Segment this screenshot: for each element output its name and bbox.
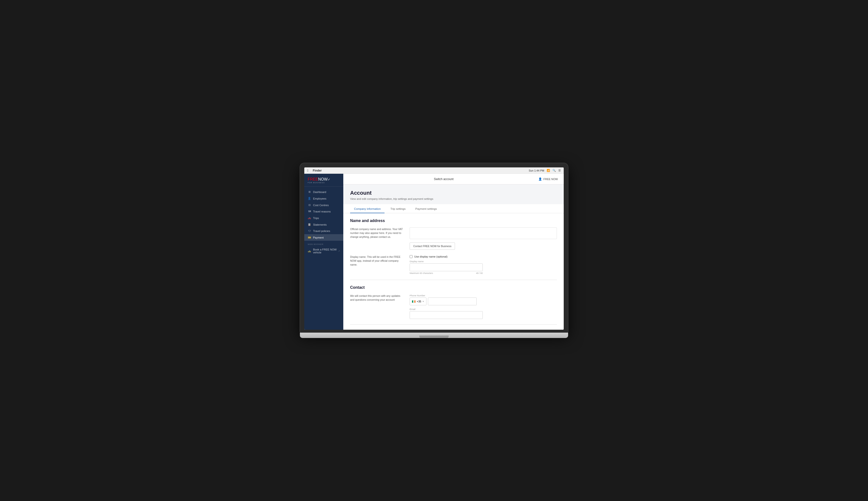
official-name-display bbox=[410, 227, 557, 239]
topbar-user: 👤 FREE NOW bbox=[538, 178, 558, 181]
email-field-group: Email bbox=[410, 308, 557, 319]
display-name-label: Display name. This will be used in the F… bbox=[350, 255, 404, 274]
sidebar-item-label: Travel reasons bbox=[313, 210, 331, 213]
phone-code: +35 bbox=[417, 300, 421, 303]
phone-label: Phone Number bbox=[410, 294, 557, 297]
web-booker-section-label: WEB BOOKER bbox=[304, 241, 343, 246]
sidebar-item-payment[interactable]: 💳 Payment bbox=[304, 234, 343, 241]
display-name-checkbox-label[interactable]: Use display name (optional) bbox=[414, 255, 447, 258]
contact-free-now-button[interactable]: Contact FREE NOW for Business bbox=[410, 243, 455, 250]
logo-free: FREE bbox=[308, 177, 318, 181]
logo-now: NOW bbox=[318, 177, 328, 181]
phone-number-input[interactable] bbox=[428, 298, 477, 305]
page-content: Account View and edit company informatio… bbox=[343, 184, 564, 330]
sidebar-item-label: Statements bbox=[313, 223, 327, 226]
sidebar-item-label: Dashboard bbox=[313, 191, 326, 193]
tab-trip-settings[interactable]: Trip settings bbox=[386, 204, 409, 213]
display-name-input[interactable] bbox=[410, 264, 483, 271]
user-icon: 👤 bbox=[538, 178, 542, 181]
display-name-hint-right: 49 / 60 bbox=[476, 272, 483, 274]
menubar:  Finder Sun 1:44 PM 📶 🔍 ☰ bbox=[304, 168, 564, 174]
sidebar-item-dashboard[interactable]: ⊞ Dashboard bbox=[304, 189, 343, 195]
display-name-input-wrap: Display name Maximum 60 characters 49 / … bbox=[410, 260, 557, 274]
display-name-hint: Maximum 60 characters 49 / 60 bbox=[410, 272, 483, 274]
display-name-checkbox[interactable] bbox=[410, 255, 412, 258]
phone-flag-select[interactable]: +35 ▼ bbox=[410, 298, 427, 305]
laptop-frame:  Finder Sun 1:44 PM 📶 🔍 ☰ FREENOW✓ bbox=[300, 163, 568, 338]
external-link-icon: ↗ bbox=[338, 250, 340, 252]
tab-payment-settings[interactable]: Payment settings bbox=[411, 204, 441, 213]
wifi-icon: 📶 bbox=[547, 169, 550, 172]
display-name-field-label: Display name bbox=[410, 260, 557, 263]
official-name-label: Official company name and address. Your … bbox=[350, 227, 404, 250]
phone-field-group: Phone Number +35 ▼ bbox=[410, 294, 557, 305]
page-title: Account bbox=[350, 190, 557, 196]
payment-icon: 💳 bbox=[308, 236, 311, 239]
page-header: Account View and edit company informatio… bbox=[343, 184, 564, 204]
trips-icon: 🚗 bbox=[308, 216, 311, 220]
screen-bezel:  Finder Sun 1:44 PM 📶 🔍 ☰ FREENOW✓ bbox=[300, 163, 568, 333]
apple-logo-icon:  bbox=[307, 169, 308, 172]
content-card: Name and address Official company name a… bbox=[343, 213, 564, 330]
display-name-fields: Use display name (optional) Display name… bbox=[410, 255, 557, 274]
dashboard-icon: ⊞ bbox=[308, 190, 311, 193]
email-input[interactable] bbox=[410, 311, 483, 319]
phone-input-wrap: +35 ▼ bbox=[410, 298, 557, 305]
ireland-flag-icon bbox=[412, 300, 416, 303]
sidebar-item-travel-policies[interactable]: 🛡 Travel policies bbox=[304, 228, 343, 234]
sidebar-item-cost-centres[interactable]: ⊟ Cost Centres bbox=[304, 202, 343, 208]
display-name-checkbox-row: Use display name (optional) bbox=[410, 255, 557, 258]
menubar-app-name: Finder bbox=[313, 169, 322, 172]
display-name-row: Display name. This will be used in the F… bbox=[350, 255, 557, 274]
main-area: Switch account 👤 FREE NOW Account View a… bbox=[343, 174, 564, 330]
section-divider-contact bbox=[350, 280, 557, 280]
page-subtitle: View and edit company information, trip … bbox=[350, 198, 557, 200]
nav-label-wrap: 🚕 Book a FREE NOW vehicle bbox=[308, 248, 337, 254]
cost-centres-icon: ⊟ bbox=[308, 203, 311, 207]
contact-label: We will contact this person with any upd… bbox=[350, 294, 404, 319]
sidebar: FREENOW✓ FOR BUSINESS ⊞ Dashboard 👤 Empl… bbox=[304, 174, 343, 330]
official-name-row: Official company name and address. Your … bbox=[350, 227, 557, 250]
sidebar-item-travel-reasons[interactable]: 🗺 Travel reasons bbox=[304, 208, 343, 215]
search-icon: 🔍 bbox=[553, 169, 556, 172]
laptop-base bbox=[300, 333, 568, 338]
book-vehicle-icon: 🚕 bbox=[308, 249, 311, 253]
contact-fields: Phone Number +35 ▼ bbox=[410, 294, 557, 319]
travel-policies-icon: 🛡 bbox=[308, 230, 311, 233]
topbar-user-label: FREE NOW bbox=[543, 178, 558, 181]
app-container: FREENOW✓ FOR BUSINESS ⊞ Dashboard 👤 Empl… bbox=[304, 174, 564, 330]
topbar: Switch account 👤 FREE NOW bbox=[343, 174, 564, 184]
sidebar-item-label: Travel policies bbox=[313, 230, 330, 233]
statements-icon: 📋 bbox=[308, 223, 311, 226]
logo-sub: FOR BUSINESS bbox=[308, 182, 340, 183]
list-icon: ☰ bbox=[558, 169, 561, 172]
logo: FREENOW✓ bbox=[308, 177, 340, 182]
sidebar-nav: ⊞ Dashboard 👤 Employees ⊟ Cost Centres bbox=[304, 186, 343, 330]
sidebar-item-book-vehicle[interactable]: 🚕 Book a FREE NOW vehicle ↗ bbox=[304, 246, 343, 256]
sidebar-item-trips[interactable]: 🚗 Trips bbox=[304, 215, 343, 221]
sidebar-item-label: Trips bbox=[313, 217, 319, 220]
logo-check: ✓ bbox=[328, 178, 331, 181]
contact-fields-wrap: Phone Number +35 ▼ bbox=[410, 294, 557, 319]
employees-icon: 👤 bbox=[308, 197, 311, 200]
contact-row: We will contact this person with any upd… bbox=[350, 294, 557, 319]
sidebar-item-label: Cost Centres bbox=[313, 204, 329, 207]
name-address-title: Name and address bbox=[350, 218, 557, 223]
menubar-left:  Finder bbox=[307, 169, 322, 172]
sidebar-item-statements[interactable]: 📋 Statements bbox=[304, 221, 343, 228]
tabs-bar: Company information Trip settings Paymen… bbox=[343, 204, 564, 213]
sidebar-item-label: Payment bbox=[313, 236, 324, 239]
sidebar-item-employees[interactable]: 👤 Employees bbox=[304, 195, 343, 202]
laptop-screen:  Finder Sun 1:44 PM 📶 🔍 ☰ FREENOW✓ bbox=[304, 168, 564, 330]
menubar-time: Sun 1:44 PM bbox=[529, 169, 544, 172]
menubar-right: Sun 1:44 PM 📶 🔍 ☰ bbox=[529, 169, 561, 172]
display-name-hint-left: Maximum 60 characters bbox=[410, 272, 433, 274]
sidebar-item-label: Employees bbox=[313, 197, 326, 200]
switch-account-link[interactable]: Switch account bbox=[434, 178, 454, 181]
email-label: Email bbox=[410, 308, 557, 310]
contact-title: Contact bbox=[350, 285, 557, 290]
flag-dropdown-icon: ▼ bbox=[422, 300, 424, 303]
official-name-fields: Contact FREE NOW for Business bbox=[410, 227, 557, 250]
sidebar-logo: FREENOW✓ FOR BUSINESS bbox=[304, 174, 343, 186]
tab-company-information[interactable]: Company information bbox=[350, 204, 385, 213]
